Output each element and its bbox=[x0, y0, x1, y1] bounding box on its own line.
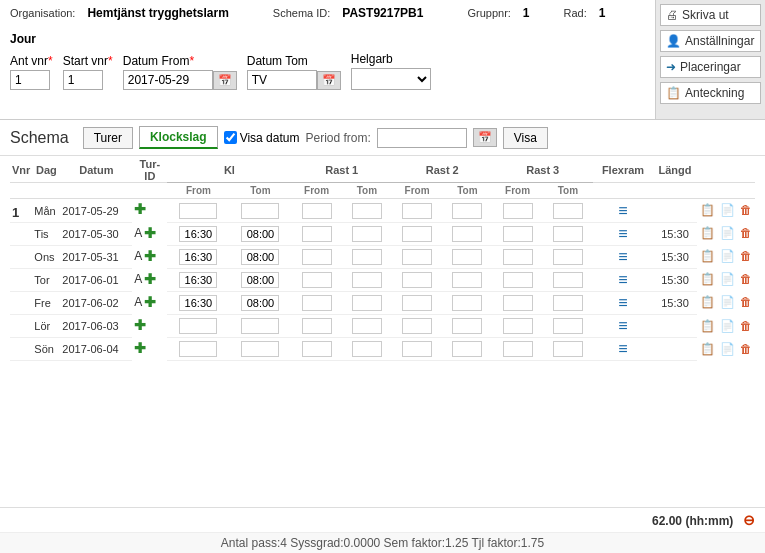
visa-button[interactable]: Visa bbox=[503, 127, 548, 149]
r1-tom-input[interactable] bbox=[352, 249, 382, 265]
kl-tom-input[interactable] bbox=[241, 341, 279, 357]
kl-tom-input[interactable] bbox=[241, 318, 279, 334]
r2-tom-input[interactable] bbox=[452, 272, 482, 288]
r3-tom-input[interactable] bbox=[553, 295, 583, 311]
flexram-menu-icon[interactable]: ≡ bbox=[618, 317, 627, 334]
ant-vnr-input[interactable] bbox=[10, 70, 50, 90]
r3-tom-input[interactable] bbox=[553, 203, 583, 219]
r3-from-input[interactable] bbox=[503, 203, 533, 219]
r1-from-input[interactable] bbox=[302, 203, 332, 219]
r2-from-input[interactable] bbox=[402, 203, 432, 219]
add-tur-button[interactable]: ✚ bbox=[144, 248, 156, 264]
r3-from-input[interactable] bbox=[503, 318, 533, 334]
r1-tom-input[interactable] bbox=[352, 226, 382, 242]
delete-row-button[interactable]: 🗑 bbox=[740, 342, 752, 356]
copy-row-button[interactable]: 📋 bbox=[700, 226, 715, 240]
paste-row-button[interactable]: 📄 bbox=[720, 272, 735, 286]
flexram-menu-icon[interactable]: ≡ bbox=[618, 340, 627, 357]
r2-from-input[interactable] bbox=[402, 318, 432, 334]
r2-tom-input[interactable] bbox=[452, 341, 482, 357]
visa-datum-checkbox[interactable] bbox=[224, 131, 237, 144]
paste-row-button[interactable]: 📄 bbox=[720, 319, 735, 333]
kl-tom-input[interactable] bbox=[241, 203, 279, 219]
r1-from-input[interactable] bbox=[302, 249, 332, 265]
add-tur-button[interactable]: ✚ bbox=[144, 271, 156, 287]
minus-circle-button[interactable]: ⊖ bbox=[743, 512, 755, 528]
add-tur-button[interactable]: ✚ bbox=[144, 294, 156, 310]
r1-tom-input[interactable] bbox=[352, 203, 382, 219]
datum-from-calendar-button[interactable]: 📅 bbox=[213, 71, 237, 90]
copy-row-button[interactable]: 📋 bbox=[700, 249, 715, 263]
r3-tom-input[interactable] bbox=[553, 272, 583, 288]
r1-from-input[interactable] bbox=[302, 318, 332, 334]
r3-from-input[interactable] bbox=[503, 249, 533, 265]
period-from-input[interactable] bbox=[377, 128, 467, 148]
delete-row-button[interactable]: 🗑 bbox=[740, 226, 752, 240]
r2-tom-input[interactable] bbox=[452, 226, 482, 242]
period-calendar-button[interactable]: 📅 bbox=[473, 128, 497, 147]
r1-tom-input[interactable] bbox=[352, 341, 382, 357]
r1-tom-input[interactable] bbox=[352, 295, 382, 311]
r3-from-input[interactable] bbox=[503, 295, 533, 311]
flexram-menu-icon[interactable]: ≡ bbox=[618, 225, 627, 242]
copy-row-button[interactable]: 📋 bbox=[700, 203, 715, 217]
r3-tom-input[interactable] bbox=[553, 249, 583, 265]
copy-row-button[interactable]: 📋 bbox=[700, 295, 715, 309]
kl-from-input[interactable] bbox=[179, 249, 217, 265]
flexram-menu-icon[interactable]: ≡ bbox=[618, 202, 627, 219]
helgarb-select[interactable] bbox=[351, 68, 431, 90]
delete-row-button[interactable]: 🗑 bbox=[740, 295, 752, 309]
paste-row-button[interactable]: 📄 bbox=[720, 249, 735, 263]
r2-tom-input[interactable] bbox=[452, 249, 482, 265]
r2-from-input[interactable] bbox=[402, 249, 432, 265]
r2-from-input[interactable] bbox=[402, 341, 432, 357]
kl-tom-input[interactable] bbox=[241, 295, 279, 311]
kl-tom-input[interactable] bbox=[241, 272, 279, 288]
skriv-ut-button[interactable]: 🖨 Skriva ut bbox=[660, 4, 761, 26]
datum-from-input[interactable] bbox=[123, 70, 213, 90]
r3-tom-input[interactable] bbox=[553, 341, 583, 357]
r3-from-input[interactable] bbox=[503, 272, 533, 288]
tab-klockslag[interactable]: Klockslag bbox=[139, 126, 218, 149]
add-tur-button[interactable]: ✚ bbox=[134, 201, 146, 217]
delete-row-button[interactable]: 🗑 bbox=[740, 319, 752, 333]
start-vnr-input[interactable] bbox=[63, 70, 103, 90]
delete-row-button[interactable]: 🗑 bbox=[740, 203, 752, 217]
delete-row-button[interactable]: 🗑 bbox=[740, 249, 752, 263]
flexram-menu-icon[interactable]: ≡ bbox=[618, 271, 627, 288]
r2-from-input[interactable] bbox=[402, 295, 432, 311]
copy-row-button[interactable]: 📋 bbox=[700, 272, 715, 286]
kl-from-input[interactable] bbox=[179, 272, 217, 288]
kl-from-input[interactable] bbox=[179, 318, 217, 334]
kl-tom-input[interactable] bbox=[241, 226, 279, 242]
add-tur-button[interactable]: ✚ bbox=[144, 225, 156, 241]
r3-tom-input[interactable] bbox=[553, 318, 583, 334]
kl-from-input[interactable] bbox=[179, 203, 217, 219]
r1-tom-input[interactable] bbox=[352, 318, 382, 334]
r1-from-input[interactable] bbox=[302, 272, 332, 288]
delete-row-button[interactable]: 🗑 bbox=[740, 272, 752, 286]
kl-from-input[interactable] bbox=[179, 295, 217, 311]
r3-tom-input[interactable] bbox=[553, 226, 583, 242]
flexram-menu-icon[interactable]: ≡ bbox=[618, 248, 627, 265]
placeringar-button[interactable]: ➜ Placeringar bbox=[660, 56, 761, 78]
datum-tom-input[interactable] bbox=[247, 70, 317, 90]
paste-row-button[interactable]: 📄 bbox=[720, 295, 735, 309]
r2-tom-input[interactable] bbox=[452, 203, 482, 219]
anstallningar-button[interactable]: 👤 Anställningar bbox=[660, 30, 761, 52]
r1-from-input[interactable] bbox=[302, 226, 332, 242]
r2-from-input[interactable] bbox=[402, 226, 432, 242]
paste-row-button[interactable]: 📄 bbox=[720, 226, 735, 240]
r1-from-input[interactable] bbox=[302, 295, 332, 311]
flexram-menu-icon[interactable]: ≡ bbox=[618, 294, 627, 311]
r3-from-input[interactable] bbox=[503, 341, 533, 357]
paste-row-button[interactable]: 📄 bbox=[720, 203, 735, 217]
r1-from-input[interactable] bbox=[302, 341, 332, 357]
anteckning-button[interactable]: 📋 Anteckning bbox=[660, 82, 761, 104]
kl-from-input[interactable] bbox=[179, 341, 217, 357]
copy-row-button[interactable]: 📋 bbox=[700, 342, 715, 356]
r2-tom-input[interactable] bbox=[452, 295, 482, 311]
r3-from-input[interactable] bbox=[503, 226, 533, 242]
r2-from-input[interactable] bbox=[402, 272, 432, 288]
kl-tom-input[interactable] bbox=[241, 249, 279, 265]
